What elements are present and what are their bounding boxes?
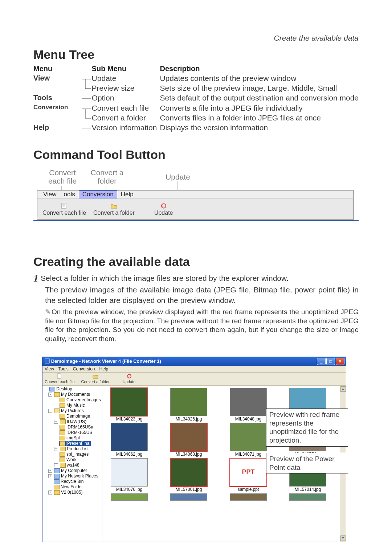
submenu-update: Update	[92, 74, 160, 83]
minimize-button[interactable]: _	[317, 358, 326, 365]
thumbnail[interactable]: MIL34071.jpg	[225, 423, 271, 457]
expand-icon[interactable]: -	[48, 393, 52, 397]
menu-tools[interactable]: ools	[60, 190, 79, 198]
expand-icon[interactable]: +	[54, 420, 58, 424]
thumbnail[interactable]: MIL57001.jpg	[166, 458, 212, 492]
menu-help[interactable]: Help	[117, 190, 137, 198]
thumbnail-image	[111, 423, 148, 451]
tree-item-label: My Computer	[61, 468, 87, 473]
tree-item[interactable]: Recycle Bin	[48, 479, 102, 484]
menu-conversion: Conversion	[33, 103, 81, 123]
tree-item[interactable]: -My Pictures	[48, 408, 102, 414]
thumbnail[interactable]: MIL34023.jpg	[106, 388, 152, 422]
convert-each-button[interactable]: Convert each file	[41, 202, 87, 217]
header-path: Create the available data	[33, 34, 359, 42]
tree-item[interactable]: +My Computer	[48, 468, 102, 473]
tree-item[interactable]: DemoImage	[54, 414, 102, 419]
callout-line	[257, 421, 273, 421]
scroll-down-button[interactable]: ▼	[340, 535, 346, 541]
tree-item[interactable]: +ws148	[54, 463, 102, 468]
expand-icon[interactable]: +	[48, 491, 52, 495]
folder-icon	[60, 463, 66, 468]
thumbnail-image	[230, 388, 267, 416]
submenu-convert-each: Convert each file	[92, 103, 160, 113]
update-button[interactable]: Update	[123, 373, 135, 384]
menu-help[interactable]: Help	[99, 366, 109, 372]
menu-view: View	[33, 74, 81, 93]
command-tool-figure: Convert each file Convert a folder Updat…	[33, 168, 359, 232]
thumbnail-caption: MIL34071.jpg	[225, 452, 271, 457]
thumbnail-image	[170, 493, 207, 501]
menu-view[interactable]: View	[45, 366, 54, 372]
tree-item[interactable]: ConvertedImages	[54, 397, 102, 403]
tree-item-label: ws148	[67, 463, 79, 468]
convert-folder-button[interactable]: Convert a folder	[92, 202, 136, 217]
tree-item[interactable]: Desktop	[44, 386, 102, 392]
thumbnail[interactable]	[225, 493, 271, 501]
thumbnail[interactable]: MIL34068.jpg	[166, 423, 212, 457]
thumbnail[interactable]	[285, 493, 331, 501]
menu-conversion[interactable]: Conversion	[73, 366, 95, 372]
tree-item-label: ConvertedImages	[66, 397, 101, 403]
step-number: 1	[33, 273, 38, 283]
folder-icon	[54, 490, 60, 495]
folder-icon	[60, 414, 65, 419]
tree-item[interactable]: +V2.0(1005)	[48, 490, 102, 495]
document-icon	[61, 202, 68, 210]
close-button[interactable]: ×	[336, 358, 344, 365]
thumbnail-caption: MIL57001.jpg	[166, 487, 212, 492]
tree-item[interactable]: +My Network Places	[48, 473, 102, 479]
tree-item[interactable]: IDRM165USa	[54, 424, 102, 430]
tree-item[interactable]: +ProductList	[54, 446, 102, 452]
thumbnail-caption: MIL34068.jpg	[166, 452, 212, 457]
thumbnail-image	[170, 423, 207, 451]
maximize-button[interactable]: □	[326, 358, 335, 365]
tree-item[interactable]: -My Documents	[48, 392, 102, 397]
expand-icon[interactable]: +	[54, 463, 58, 467]
thumbnail-caption: MIL34026.jpg	[166, 416, 212, 422]
refresh-icon	[126, 373, 132, 379]
menu-conversion[interactable]: Conversion	[79, 190, 117, 198]
thumbnail[interactable]: MIL34048.jpg	[225, 388, 271, 422]
callout-red-frame: Preview with red frame represents the un…	[266, 409, 348, 447]
expand-icon[interactable]: -	[48, 409, 52, 413]
tree-item[interactable]: PresenFinal	[54, 441, 102, 446]
update-button[interactable]: Update	[153, 202, 175, 217]
tree-item[interactable]: imgSpl	[54, 435, 102, 441]
tree-item[interactable]: My Music	[54, 403, 102, 408]
thumbnail[interactable]: PPTsample.ppt	[225, 458, 271, 492]
step-subtext: The preview images of the available imag…	[45, 285, 359, 305]
tree-item-label: New Folder	[61, 484, 83, 490]
tree-item-label: IDJW(US)	[67, 419, 86, 424]
thumbnail[interactable]: MIL34026.jpg	[166, 388, 212, 422]
convert-each-button[interactable]: Convert each file	[45, 373, 75, 384]
thumbnail[interactable]: MIL34076.jpg	[106, 458, 152, 492]
folder-icon	[54, 485, 60, 489]
thumbnail[interactable]	[166, 493, 212, 501]
folder-tree[interactable]: Desktop-My DocumentsConvertedImagesMy Mu…	[42, 386, 102, 542]
toolbar-mock: View ools Conversion Help Convert each f…	[37, 190, 354, 220]
thumbnail[interactable]	[106, 493, 152, 501]
folder-icon	[60, 419, 66, 424]
tree-item[interactable]: +IDJW(US)	[54, 419, 102, 424]
desc-convert-each: Converts a file into a JPEG file individ…	[160, 103, 359, 113]
folder-icon	[54, 409, 60, 413]
folder-icon	[60, 457, 65, 462]
tree-item[interactable]: Work	[54, 457, 102, 463]
thumbnail[interactable]: MIL34062.jpg	[106, 423, 152, 457]
folder-icon	[60, 403, 65, 408]
tree-item[interactable]: spl_Images	[54, 452, 102, 457]
convert-folder-button[interactable]: Convert a folder	[81, 373, 110, 384]
menu-tools[interactable]: Tools	[58, 366, 69, 372]
tree-item-label: My Pictures	[61, 408, 84, 414]
expand-icon[interactable]: +	[48, 474, 52, 478]
tree-item[interactable]: New Folder	[48, 484, 102, 490]
window-title: DemoImage - Network Viewer 4 (File Conve…	[45, 358, 161, 364]
expand-icon[interactable]: +	[48, 469, 52, 473]
menu-view[interactable]: View	[40, 190, 60, 198]
scroll-up-button[interactable]: ▲	[340, 386, 346, 392]
tree-item-label: PresenFinal	[66, 441, 91, 446]
tree-item[interactable]: IDRM-165US	[54, 430, 102, 435]
tree-item-label: ProductList	[67, 446, 89, 452]
expand-icon[interactable]: +	[54, 447, 58, 451]
